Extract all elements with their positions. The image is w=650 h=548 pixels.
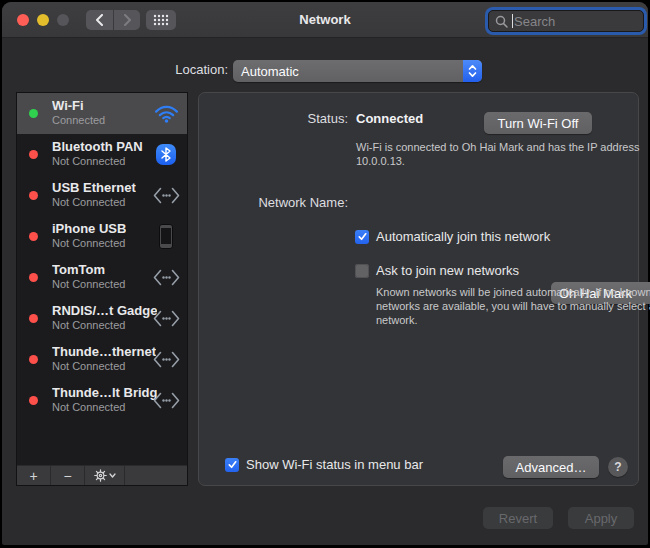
add-service-button[interactable]: + [17,466,51,485]
iphone-icon [151,216,181,257]
remove-service-button[interactable]: − [51,466,85,485]
service-name: RNDIS/…t Gadget [52,303,157,318]
show-all-grid-icon [153,14,169,26]
location-dropdown[interactable]: Automatic [233,60,482,82]
show-wifi-status-label: Show Wi-Fi status in menu bar [246,457,423,472]
status-dot [29,314,38,323]
service-status: Not Connected [52,196,125,208]
search-input[interactable] [514,14,637,29]
service-row[interactable]: Wi-Fi Connected [17,93,187,134]
show-status-checkbox-row: Show Wi-Fi status in menu bar [225,457,423,472]
forward-button[interactable] [114,10,140,30]
ask-join-checkbox[interactable] [355,264,369,278]
service-status: Not Connected [52,237,125,249]
checkmark-icon [227,459,238,470]
service-name: Wi-Fi [52,98,84,113]
forward-icon [123,14,132,26]
ask-join-help-text: Known networks will be joined automatica… [376,285,650,327]
service-status: Not Connected [52,155,125,167]
service-row[interactable]: Thunde…lt Bridge Not Connected [17,380,187,421]
status-dot [29,396,38,405]
service-status: Connected [52,114,105,126]
network-preferences-window: { "window": { "title": "Network" }, "too… [0,0,650,548]
service-name: USB Ethernet [52,180,136,195]
search-icon [495,15,508,28]
gear-icon [94,469,107,482]
service-name: Thunde…lt Bridge [52,385,157,400]
status-dot [29,150,38,159]
service-name: Bluetooth PAN [52,139,143,154]
service-row[interactable]: USB Ethernet Not Connected [17,175,187,216]
service-status: Not Connected [52,319,125,331]
revert-button[interactable]: Revert [483,507,553,529]
ethernet-icon [151,298,181,339]
zoom-button [57,14,69,26]
service-row[interactable]: RNDIS/…t Gadget Not Connected [17,298,187,339]
wifi-icon [151,93,181,134]
show-wifi-status-checkbox[interactable] [225,458,239,472]
service-status: Not Connected [52,401,125,413]
network-name-label: Network Name: [219,195,348,210]
auto-join-checkbox[interactable] [355,230,369,244]
status-dot [29,232,38,241]
service-row[interactable]: iPhone USB Not Connected [17,216,187,257]
status-value: Connected [356,111,423,126]
search-field[interactable] [488,10,644,32]
status-label: Status: [239,111,348,126]
status-dot [29,109,38,118]
services-list: Wi-Fi Connected Bluetooth PAN Not Connec… [17,93,187,465]
services-sidebar: Wi-Fi Connected Bluetooth PAN Not Connec… [16,92,188,486]
back-icon [95,14,104,26]
sidebar-toolbar: + − [17,465,187,485]
turn-wifi-off-button[interactable]: Turn Wi-Fi Off [484,112,592,134]
ask-join-checkbox-row: Ask to join new networks [355,263,519,278]
back-button[interactable] [86,10,113,30]
detail-panel: Status: Connected Turn Wi-Fi Off Wi-Fi i… [198,92,639,486]
service-name: TomTom [52,262,105,277]
service-row[interactable]: TomTom Not Connected [17,257,187,298]
service-status: Not Connected [52,278,125,290]
service-status: Not Connected [52,360,125,372]
checkmark-icon [357,231,368,242]
service-name: Thunde…thernet [52,344,156,359]
status-dot [29,273,38,282]
service-name: iPhone USB [52,221,126,236]
apply-button[interactable]: Apply [568,507,634,529]
title-bar: Network [2,2,648,38]
ethernet-icon [151,339,181,380]
advanced-button[interactable]: Advanced… [503,456,599,478]
ethernet-icon [151,257,181,298]
status-description: Wi-Fi is connected to Oh Hai Mark and ha… [356,140,650,168]
chevron-down-icon [109,473,116,478]
popup-stepper-icon [463,60,482,82]
ask-join-label: Ask to join new networks [376,263,519,278]
help-button[interactable]: ? [608,457,628,477]
location-label: Location: [102,62,228,77]
location-value: Automatic [233,64,463,79]
show-all-button[interactable] [146,10,176,30]
service-row[interactable]: Thunde…thernet Not Connected [17,339,187,380]
close-button[interactable] [17,14,29,26]
auto-join-label: Automatically join this network [376,229,550,244]
ethernet-icon [151,175,181,216]
ethernet-icon [151,380,181,421]
minimize-button[interactable] [37,14,49,26]
status-dot [29,355,38,364]
service-actions-button[interactable] [85,466,125,485]
auto-join-checkbox-row: Automatically join this network [355,229,550,244]
service-row[interactable]: Bluetooth PAN Not Connected [17,134,187,175]
text-caret [512,14,513,28]
status-dot [29,191,38,200]
bluetooth-icon [151,134,181,175]
window: Network Location: Automatic Wi-Fi Connec… [2,2,648,545]
